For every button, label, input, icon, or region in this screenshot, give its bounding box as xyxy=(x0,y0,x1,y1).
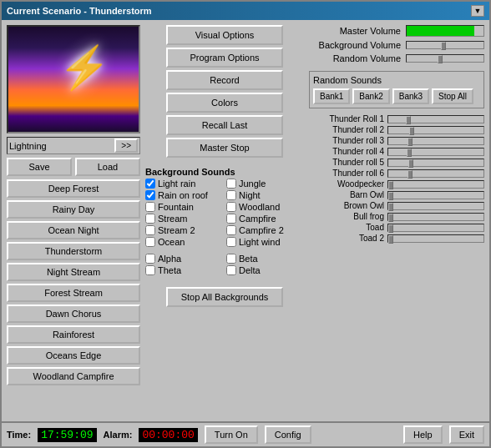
bg-sound-item: Campfire 2 xyxy=(226,225,304,235)
sound-row-label: Thunder roll 5 xyxy=(309,158,384,167)
scenario-button[interactable]: Rainy Day xyxy=(7,200,140,219)
sound-slider[interactable] xyxy=(387,180,484,189)
scenario-button[interactable]: Rainforest xyxy=(7,325,140,344)
sound-row-label: Toad 2 xyxy=(309,234,384,243)
bg-sound-checkbox[interactable] xyxy=(145,225,155,235)
left-panel: ⚡ Lightning >> Save Load Deep ForestRain… xyxy=(7,25,140,416)
bg-sound-label: Campfire 2 xyxy=(239,225,284,235)
scenario-button[interactable]: Deep Forest xyxy=(7,179,140,198)
bank-button[interactable]: Stop All xyxy=(432,88,473,104)
brain-wave-label: Beta xyxy=(239,254,258,264)
sound-slider[interactable] xyxy=(387,115,484,123)
scenario-button[interactable]: Woodland Campfire xyxy=(7,367,140,385)
window-title: Current Scenario - Thunderstorm xyxy=(7,6,152,16)
main-option-button[interactable]: Visual Options xyxy=(166,25,283,45)
bg-sound-label: Woodland xyxy=(239,202,280,212)
sound-row-label: Thunder Roll 1 xyxy=(309,114,384,123)
load-button[interactable]: Load xyxy=(75,158,140,176)
scenario-button[interactable]: Oceans Edge xyxy=(7,346,140,365)
bg-sound-checkbox[interactable] xyxy=(226,225,236,235)
sound-row-label: Brown Owl xyxy=(309,201,384,210)
brain-wave-item: Beta xyxy=(226,254,304,264)
sound-row: Thunder roll 4 xyxy=(309,147,484,156)
bank-button[interactable]: Bank3 xyxy=(392,88,429,104)
bg-sound-checkbox[interactable] xyxy=(145,214,155,224)
bg-sound-checkbox[interactable] xyxy=(145,179,155,189)
brain-wave-checkbox[interactable] xyxy=(226,254,236,264)
alarm-label: Alarm: xyxy=(104,430,133,440)
sound-row: Toad xyxy=(309,223,484,232)
bg-sound-checkbox[interactable] xyxy=(226,190,236,200)
bg-sound-checkbox[interactable] xyxy=(145,237,155,247)
brain-wave-item: Theta xyxy=(145,265,223,275)
stop-all-backgrounds-button[interactable]: Stop All Backgrounds xyxy=(166,287,283,307)
main-option-button[interactable]: Colors xyxy=(166,93,283,113)
brain-wave-checkbox[interactable] xyxy=(145,265,155,275)
brain-wave-checkbox[interactable] xyxy=(226,265,236,275)
random-volume-label: Random Volume xyxy=(309,53,401,63)
main-option-button[interactable]: Program Options xyxy=(166,48,283,68)
sound-slider-thumb xyxy=(406,116,411,124)
random-sounds-title: Random Sounds xyxy=(313,75,480,85)
sound-row: Thunder roll 6 xyxy=(309,169,484,178)
bank-button[interactable]: Bank2 xyxy=(352,88,389,104)
bg-sound-checkbox[interactable] xyxy=(145,202,155,212)
help-button[interactable]: Help xyxy=(403,425,443,444)
brain-wave-checkbox[interactable] xyxy=(145,254,155,264)
bg-sound-checkbox[interactable] xyxy=(226,214,236,224)
exit-button[interactable]: Exit xyxy=(449,425,484,444)
bg-sound-item: Woodland xyxy=(226,202,304,212)
bg-sound-checkbox[interactable] xyxy=(226,237,236,247)
bg-sound-checkbox[interactable] xyxy=(145,190,155,200)
sound-slider[interactable] xyxy=(387,126,484,134)
sound-slider[interactable] xyxy=(387,137,484,145)
main-content: ⚡ Lightning >> Save Load Deep ForestRain… xyxy=(2,20,489,421)
sound-slider-thumb xyxy=(409,127,414,135)
main-option-button[interactable]: Master Stop xyxy=(166,138,283,158)
bg-sound-item: Rain on roof xyxy=(145,190,223,200)
sound-slider-thumb xyxy=(407,170,413,179)
sound-row: Bull frog xyxy=(309,212,484,221)
sound-slider[interactable] xyxy=(387,234,484,243)
main-option-button[interactable]: Recall Last xyxy=(166,115,283,135)
scenario-button[interactable]: Night Stream xyxy=(7,263,140,281)
sound-slider-thumb xyxy=(388,235,393,244)
save-button[interactable]: Save xyxy=(7,158,72,176)
scenario-button[interactable]: Thunderstorm xyxy=(7,242,140,260)
sound-row-label: Thunder roll 3 xyxy=(309,136,384,145)
turn-on-button[interactable]: Turn On xyxy=(205,425,258,444)
sound-slider[interactable] xyxy=(387,213,484,221)
bank-button[interactable]: Bank1 xyxy=(313,88,350,104)
sound-row: Thunder Roll 1 xyxy=(309,114,484,123)
bg-sound-item: Ocean xyxy=(145,237,223,247)
right-panel: Master Volume Background Volume Random V… xyxy=(309,25,484,416)
main-option-button[interactable]: Record xyxy=(166,70,283,90)
sound-slider[interactable] xyxy=(387,202,484,210)
sound-slider[interactable] xyxy=(387,148,484,156)
sound-slider-thumb xyxy=(408,159,413,168)
bg-sound-checkbox[interactable] xyxy=(226,202,236,212)
volume-section: Master Volume Background Volume Random V… xyxy=(309,25,484,63)
scenario-button[interactable]: Dawn Chorus xyxy=(7,305,140,323)
sound-slider[interactable] xyxy=(387,169,484,178)
sound-slider[interactable] xyxy=(387,159,484,167)
bg-sound-label: Light rain xyxy=(158,179,195,189)
random-sounds-box: Random Sounds Bank1Bank2Bank3Stop All xyxy=(309,71,484,108)
config-button[interactable]: Config xyxy=(265,425,311,444)
sound-row-label: Barn Owl xyxy=(309,190,384,199)
bg-sound-checkbox[interactable] xyxy=(226,179,236,189)
sound-slider[interactable] xyxy=(387,224,484,232)
scenario-button[interactable]: Forest Stream xyxy=(7,284,140,302)
minimize-button[interactable]: ▼ xyxy=(471,5,484,17)
brain-wave-label: Delta xyxy=(239,265,261,275)
preview-arrow-button[interactable]: >> xyxy=(114,138,138,153)
sound-slider[interactable] xyxy=(387,191,484,199)
scenario-button[interactable]: Ocean Night xyxy=(7,221,140,239)
status-bar: Time: 17:59:09 Alarm: 00:00:00 Turn On C… xyxy=(2,421,489,446)
sound-row: Brown Owl xyxy=(309,201,484,210)
bg-sound-item: Light rain xyxy=(145,179,223,189)
bg-sound-label: Jungle xyxy=(239,179,266,189)
bg-sounds-section: Background Sounds Light rainJungleRain o… xyxy=(145,164,304,307)
sound-row-label: Thunder roll 2 xyxy=(309,125,384,134)
sound-row: Thunder roll 2 xyxy=(309,125,484,134)
